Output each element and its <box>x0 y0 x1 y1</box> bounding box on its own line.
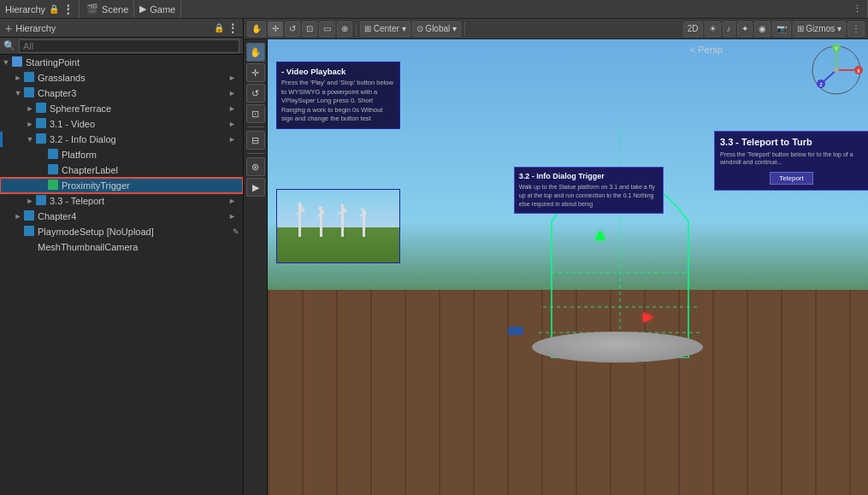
tree-item-chapter3[interactable]: Chapter3 ► <box>0 85 243 101</box>
hierarchy-header-tab[interactable]: Hierarchy 🔒 ⋮ <box>0 0 80 18</box>
right-arrow-tt: ► <box>228 197 239 205</box>
expand-arrow-grasslands[interactable] <box>12 74 24 82</box>
tree-item-grasslands[interactable]: Grasslands ► <box>0 70 243 85</box>
small-object-indicator <box>508 327 523 335</box>
viewport-scale-tool[interactable]: ⊡ <box>246 104 265 123</box>
hierarchy-tree: StartingPoint Grasslands ► Chapter3 <box>0 55 243 495</box>
right-arrow-c4: ► <box>228 212 239 221</box>
cube-icon-pl <box>48 149 60 161</box>
teleport-panel-title: 3.3 - Teleport to Turb <box>720 137 863 147</box>
teleport-button[interactable]: Teleport <box>770 172 812 185</box>
lighting-button[interactable]: ☀ <box>705 21 721 37</box>
move-tool-button[interactable]: ✛ <box>268 21 283 37</box>
scene-tab-header[interactable]: 🎬 Scene <box>81 0 134 18</box>
expand-arrow-chapter3[interactable] <box>12 89 24 97</box>
label-chapterlabel: ChapterLabel <box>62 165 239 175</box>
hierarchy-search-bar: 🔍 <box>0 38 243 55</box>
teleport-panel-text: Press the 'Teleport' button below for to… <box>720 150 863 168</box>
expand-arrow-st[interactable] <box>24 104 36 113</box>
viewport-hand-tool[interactable]: ✋ <box>246 43 265 62</box>
viewport-move-tool[interactable]: ✛ <box>246 63 265 82</box>
tree-item-chapterlabel[interactable]: ChapterLabel <box>0 162 243 178</box>
noupload-badge: ✎ <box>233 227 239 236</box>
audio-button[interactable]: ♪ <box>723 21 735 37</box>
cube-icon-pt <box>48 180 60 192</box>
expand-arrow-v[interactable] <box>24 120 36 128</box>
right-arrow-chapter3: ► <box>228 89 239 97</box>
label-grasslands: Grasslands <box>38 73 228 83</box>
expand-arrow-startingpoint[interactable] <box>0 58 12 67</box>
space-mode-button[interactable]: ⊙ Global ▾ <box>412 21 461 37</box>
navigation-gizmo[interactable]: Y X Z <box>809 43 865 98</box>
top-bar-menu-icon: ⋮ <box>853 3 862 15</box>
tree-item-startingpoint[interactable]: StartingPoint <box>0 55 243 70</box>
more-button[interactable]: ⋮ <box>847 21 865 37</box>
tree-item-chapter4[interactable]: Chapter4 ► <box>0 209 243 224</box>
tool-sep-2 <box>247 153 264 154</box>
hierarchy-title: Hierarchy <box>15 23 56 33</box>
cube-icon-tt <box>36 195 48 207</box>
cube-icon-grasslands <box>24 72 36 84</box>
hierarchy-options-icon[interactable]: ⋮ <box>227 22 238 34</box>
2d-toggle-button[interactable]: 2D <box>683 21 703 37</box>
label-chapter4: Chapter4 <box>38 211 228 221</box>
tree-item-platform[interactable]: Platform <box>0 147 243 162</box>
hierarchy-search-input[interactable] <box>19 39 239 53</box>
expand-arrow-tt[interactable] <box>24 197 36 205</box>
pivot-mode-button[interactable]: ⊞ Center ▾ <box>360 21 410 37</box>
toolbar-sep-2 <box>464 22 465 36</box>
viewport-play-tool[interactable]: ▶ <box>246 178 265 197</box>
right-arrow-v: ► <box>228 120 239 128</box>
info-dialog-trigger-text: Walk up to the Statue platform on 3.1 an… <box>519 183 658 208</box>
tree-item-playmodesetup[interactable]: PlaymodeSetup [NoUpload] ✎ <box>0 224 243 239</box>
scene-area: ✋ ✛ ↺ ⊡ ▭ ⊕ ⊞ Center ▾ ⊙ Global ▾ 2D ☀ ♪… <box>244 19 868 495</box>
tree-item-32infodialog[interactable]: 3.2 - Info Dialog ► <box>0 132 243 147</box>
vfx-button[interactable]: ✦ <box>737 21 753 37</box>
cube-icon-pm <box>24 226 36 238</box>
transform-tool-button[interactable]: ⊕ <box>337 21 352 37</box>
hierarchy-tab-label: Hierarchy <box>5 4 45 15</box>
video-playback-title: - Video Playback <box>281 67 395 76</box>
tool-sep-1 <box>247 127 264 127</box>
scene-icon: 🎬 <box>86 3 98 15</box>
blue-bar-indicator <box>0 132 3 147</box>
lock-icon[interactable]: 🔒 <box>49 4 59 14</box>
viewport-custom-tool[interactable]: ⊛ <box>246 157 265 176</box>
tree-item-proximitytrigger[interactable]: ProximityTrigger <box>0 178 243 193</box>
rotate-tool-button[interactable]: ↺ <box>285 21 300 37</box>
scene-viewport[interactable]: ✋ ✛ ↺ ⊡ ⊟ ⊛ ▶ - Video Playback Press the <box>244 39 868 495</box>
tree-item-33teleport[interactable]: 3.3 - Teleport ► <box>0 193 243 209</box>
cube-icon-startingpoint <box>12 56 24 68</box>
options-icon[interactable]: ⋮ <box>62 3 74 15</box>
svg-point-15 <box>834 68 839 73</box>
windmill-panel <box>276 189 400 263</box>
scale-tool-button[interactable]: ⊡ <box>302 21 317 37</box>
expand-arrow-c4[interactable] <box>12 212 24 221</box>
expand-arrow-id[interactable] <box>24 135 36 144</box>
label-31video: 3.1 - Video <box>50 119 228 129</box>
viewport-rotate-tool[interactable]: ↺ <box>246 84 265 103</box>
camera-button[interactable]: 📷 <box>772 21 791 37</box>
windmill-ground <box>277 227 399 262</box>
hierarchy-header-right: 🔒 ⋮ <box>214 22 238 34</box>
cube-icon-id <box>36 133 48 145</box>
teleport-panel: 3.3 - Teleport to Turb Press the 'Telepo… <box>714 131 868 192</box>
top-bar-options[interactable]: ⋮ <box>847 0 868 18</box>
hierarchy-lock-icon[interactable]: 🔒 <box>214 23 224 32</box>
label-meshthumbnailcamera: MeshThumbnailCamera <box>38 242 239 252</box>
teleport-button-container: Teleport <box>720 172 863 185</box>
hidden-objects-button[interactable]: ◉ <box>754 21 771 37</box>
tree-item-sphereterrace[interactable]: SphereTerrace ► <box>0 101 243 116</box>
game-tab-header[interactable]: ▶ Game <box>134 0 181 18</box>
search-icon: 🔍 <box>3 40 15 51</box>
label-proximitytrigger: ProximityTrigger <box>62 180 239 191</box>
icon-mc <box>24 241 36 253</box>
hierarchy-plus-button[interactable]: + <box>5 21 12 35</box>
tree-item-31video[interactable]: 3.1 - Video ► <box>0 116 243 132</box>
hand-tool-button[interactable]: ✋ <box>247 21 266 37</box>
viewport-snap-tool[interactable]: ⊟ <box>246 131 265 150</box>
rect-tool-button[interactable]: ▭ <box>319 21 335 37</box>
windmill-sky <box>277 190 399 230</box>
tree-item-meshthumbnailcamera[interactable]: MeshThumbnailCamera <box>0 239 243 255</box>
gizmos-button[interactable]: ⊞ Gizmos ▾ <box>793 21 846 37</box>
